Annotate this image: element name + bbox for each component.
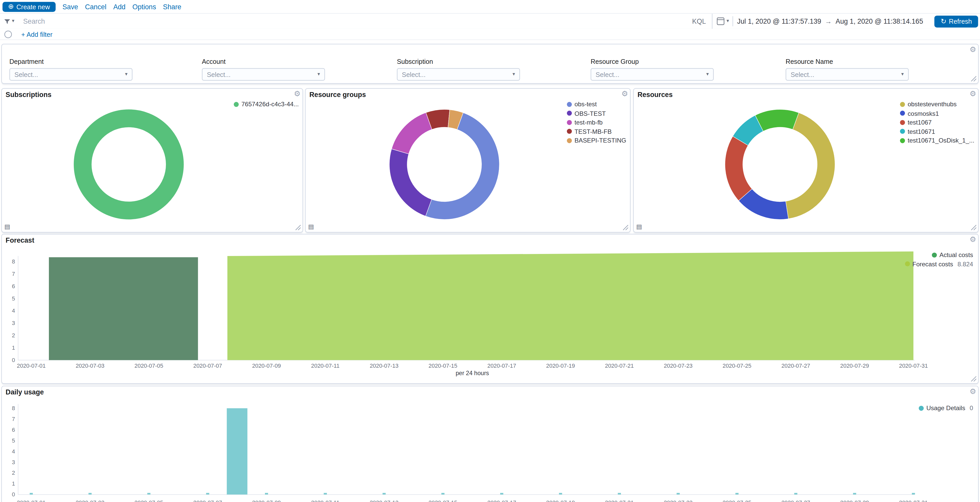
legend-item[interactable]: test1067 xyxy=(900,119,975,126)
svg-text:7: 7 xyxy=(12,416,15,422)
panel-resize-handle[interactable] xyxy=(622,225,628,231)
panel-resize-handle[interactable] xyxy=(970,376,977,382)
panel-resize-handle[interactable] xyxy=(295,225,301,231)
department-select[interactable]: Select... ▾ xyxy=(9,68,132,81)
svg-text:2020-07-21: 2020-07-21 xyxy=(605,499,634,502)
svg-text:5: 5 xyxy=(12,437,15,444)
legend-color-dot xyxy=(900,111,905,116)
panel-daily-usage: Daily usage ⚙ 0123456782020-07-012020-07… xyxy=(1,386,979,502)
select-placeholder: Select... xyxy=(14,71,125,78)
legend-color-dot xyxy=(234,102,239,107)
panel-title[interactable]: Forecast xyxy=(6,236,34,244)
panel-resize-handle[interactable] xyxy=(970,76,977,82)
svg-text:2020-07-05: 2020-07-05 xyxy=(135,363,163,369)
filter-label: Account xyxy=(202,57,325,65)
legend-color-dot xyxy=(567,102,572,107)
legend-item[interactable]: Actual costs xyxy=(932,252,973,258)
legend-item[interactable]: obs-test xyxy=(567,100,626,108)
svg-text:7: 7 xyxy=(12,271,15,277)
resource-group-select[interactable]: Select... ▾ xyxy=(590,68,714,81)
legend-color-dot xyxy=(919,405,924,410)
legend-item[interactable]: Usage Details 0 xyxy=(919,405,973,411)
svg-text:2020-07-15: 2020-07-15 xyxy=(428,363,457,369)
svg-text:1: 1 xyxy=(12,480,15,487)
svg-text:2020-07-09: 2020-07-09 xyxy=(252,363,281,369)
forecast-area-chart: 0123456782020-07-012020-07-032020-07-052… xyxy=(2,249,977,378)
svg-text:2020-07-03: 2020-07-03 xyxy=(76,363,105,369)
legend-label: TEST-MB-FB xyxy=(574,128,611,135)
filter-field-resource-name: Resource Name Select... ▾ xyxy=(786,57,909,81)
panel-title[interactable]: Resources xyxy=(637,91,673,98)
panel-settings-gear-icon[interactable]: ⚙ xyxy=(294,89,301,98)
legend-value: 8.824 xyxy=(958,260,973,267)
legend-item[interactable]: TEST-MB-FB xyxy=(567,128,626,135)
subscription-select[interactable]: Select... ▾ xyxy=(397,68,520,81)
svg-text:2020-07-07: 2020-07-07 xyxy=(193,363,222,369)
panel-resource-groups: Resource groups ⚙ obs-test OBS-TEST test… xyxy=(305,88,631,233)
legend-label: cosmosks1 xyxy=(908,110,939,116)
legend-item[interactable]: BASEPI-TESTING xyxy=(567,137,626,144)
legend-color-dot xyxy=(900,129,905,134)
svg-text:2020-07-27: 2020-07-27 xyxy=(781,363,810,369)
panel-filters: ⚙ Department Select... ▾ Account Select.… xyxy=(1,44,979,84)
svg-text:2020-07-01: 2020-07-01 xyxy=(17,363,46,369)
legend-label: test10671 xyxy=(908,128,935,135)
legend-item[interactable]: cosmosks1 xyxy=(900,110,975,116)
panel-title[interactable]: Resource groups xyxy=(309,91,366,98)
select-placeholder: Select... xyxy=(596,71,706,78)
panel-settings-gear-icon[interactable]: ⚙ xyxy=(969,387,976,396)
panel-forecast: Forecast ⚙ 0123456782020-07-012020-07-03… xyxy=(1,234,979,384)
svg-text:2020-07-23: 2020-07-23 xyxy=(664,499,693,502)
svg-text:3: 3 xyxy=(12,459,15,465)
svg-text:5: 5 xyxy=(12,295,15,302)
resource-name-select[interactable]: Select... ▾ xyxy=(786,68,909,81)
svg-text:2020-07-25: 2020-07-25 xyxy=(722,363,751,369)
filter-field-resource-group: Resource Group Select... ▾ xyxy=(590,57,714,81)
select-placeholder: Select... xyxy=(402,71,512,78)
svg-text:2020-07-11: 2020-07-11 xyxy=(311,363,339,369)
svg-text:2020-07-09: 2020-07-09 xyxy=(252,499,281,502)
filter-label: Resource Name xyxy=(786,57,909,65)
legend-item[interactable]: OBS-TEST xyxy=(567,110,626,116)
account-select[interactable]: Select... ▾ xyxy=(202,68,325,81)
legend-item[interactable]: test-mb-fb xyxy=(567,119,626,126)
filter-field-department: Department Select... ▾ xyxy=(9,57,132,81)
svg-text:2020-07-21: 2020-07-21 xyxy=(605,363,634,369)
svg-text:6: 6 xyxy=(12,427,15,433)
legend-toggle-icon[interactable]: ▤ xyxy=(308,224,314,230)
dashboard-grid: ⚙ Department Select... ▾ Account Select.… xyxy=(0,0,980,502)
panel-settings-gear-icon[interactable]: ⚙ xyxy=(969,45,976,54)
panel-title[interactable]: Daily usage xyxy=(6,388,44,396)
legend-color-dot xyxy=(567,129,572,134)
legend-label: 7657426d-c4c3-44... xyxy=(242,100,299,108)
panel-settings-gear-icon[interactable]: ⚙ xyxy=(621,89,628,98)
legend-item[interactable]: Forecast costs 8.824 xyxy=(905,260,973,267)
svg-text:2: 2 xyxy=(12,470,15,476)
svg-text:2020-07-05: 2020-07-05 xyxy=(135,499,163,502)
legend-color-dot xyxy=(900,138,905,143)
chevron-down-icon: ▾ xyxy=(901,72,904,76)
legend-item[interactable]: 7657426d-c4c3-44... xyxy=(234,100,299,108)
panel-settings-gear-icon[interactable]: ⚙ xyxy=(969,235,976,244)
legend-toggle-icon[interactable]: ▤ xyxy=(636,224,642,230)
svg-text:2020-07-31: 2020-07-31 xyxy=(899,363,928,369)
legend-label: test10671_OsDisk_1_... xyxy=(908,137,974,144)
svg-text:2020-07-13: 2020-07-13 xyxy=(370,363,398,369)
legend-item[interactable]: test10671 xyxy=(900,128,975,135)
daily-usage-bar-chart: 0123456782020-07-012020-07-032020-07-052… xyxy=(2,404,977,502)
legend-item[interactable]: obstesteventhubs xyxy=(900,100,975,108)
legend-toggle-icon[interactable]: ▤ xyxy=(4,224,10,230)
chart-legend: Actual costs Forecast costs 8.824 xyxy=(905,252,973,269)
legend-label: Forecast costs xyxy=(912,260,953,267)
svg-text:2020-07-29: 2020-07-29 xyxy=(840,499,869,502)
legend-label: Actual costs xyxy=(939,252,973,258)
panel-resize-handle[interactable] xyxy=(970,225,977,231)
panel-settings-gear-icon[interactable]: ⚙ xyxy=(969,89,976,98)
chart-legend: Usage Details 0 xyxy=(919,405,973,413)
legend-label: test1067 xyxy=(908,119,932,126)
panel-title[interactable]: Subscriptions xyxy=(6,91,51,98)
legend-label: obs-test xyxy=(574,100,597,108)
svg-text:2020-07-19: 2020-07-19 xyxy=(546,363,575,369)
svg-text:2020-07-27: 2020-07-27 xyxy=(781,499,810,502)
legend-item[interactable]: test10671_OsDisk_1_... xyxy=(900,137,975,144)
